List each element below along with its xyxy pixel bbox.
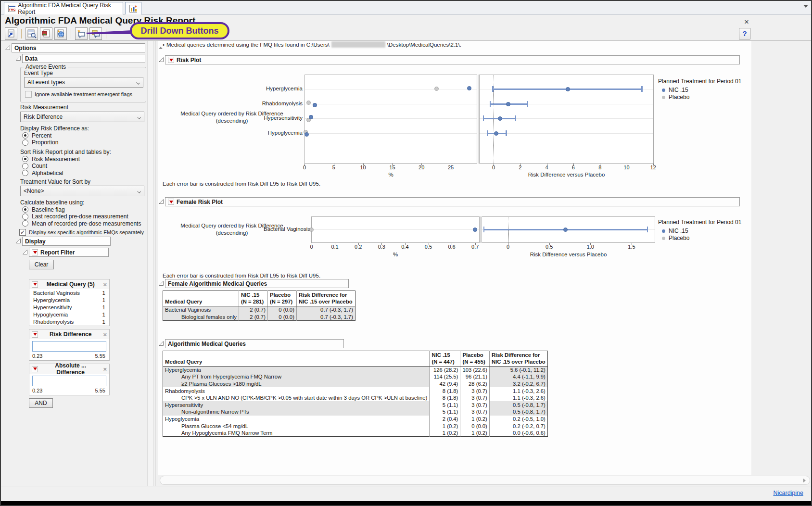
table-row[interactable]: Bacterial Vaginosis2 (0.7)0 (0.0)0.7 (-0… — [163, 306, 355, 314]
legend-dot-icon — [662, 237, 665, 240]
red-triangle-menu-icon[interactable] — [32, 366, 38, 372]
radio-label: Baseline flag — [32, 206, 65, 213]
data-point-nic-15[interactable] — [304, 132, 309, 137]
risk-difference-point[interactable] — [563, 228, 568, 232]
radio-last-recorded-pre-dose-measurement[interactable]: Last recorded pre-dose measurement — [22, 214, 141, 220]
event-type-value: All event types — [27, 79, 65, 86]
filter-item[interactable]: Hyperglycemia1 — [29, 296, 109, 304]
collapse-icon[interactable] — [22, 249, 28, 255]
red-triangle-menu-icon[interactable] — [168, 57, 174, 63]
legend-item-nic-15[interactable]: NIC .15 — [662, 87, 688, 93]
scroll-right-icon[interactable] — [803, 479, 806, 482]
tab-report-label: Algorithmic FDA Medical Query Risk Repor… — [18, 2, 119, 15]
collapse-icon[interactable] — [158, 57, 164, 63]
left-pane-scrollbar[interactable] — [147, 41, 154, 486]
data-point-placebo[interactable] — [306, 101, 311, 105]
make-journal-button[interactable] — [40, 27, 52, 40]
filter-close-icon[interactable]: × — [103, 331, 107, 338]
collapse-icon[interactable] — [5, 45, 11, 51]
table-row[interactable]: Hypoglycemia2 (0.4)1 (0.2)0.2 (-0.5, 1.0… — [163, 416, 548, 423]
radio-dot[interactable] — [22, 206, 28, 213]
risk-difference-range-input[interactable] — [32, 341, 106, 352]
radio-dot[interactable] — [22, 170, 28, 176]
chevron-down-icon — [137, 190, 141, 193]
make-web-report-button[interactable] — [54, 27, 67, 40]
make-report-button[interactable] — [25, 27, 38, 40]
nicardipine-link[interactable]: Nicardipine — [773, 490, 803, 496]
collapse-icon[interactable] — [15, 238, 21, 244]
launch-data-table-button[interactable] — [5, 27, 17, 40]
risk-difference-point[interactable] — [506, 102, 510, 106]
radio-dot[interactable] — [22, 139, 28, 146]
scroll-down-icon[interactable] — [803, 5, 808, 8]
risk-difference-point[interactable] — [494, 131, 498, 136]
tab-report[interactable]: FMQ Algorithmic FDA Medical Query Risk R… — [4, 2, 123, 14]
table-row[interactable]: Any PT from Hyperglycemia FMQ Narrow114 … — [163, 373, 548, 380]
help-button[interactable]: ? — [739, 28, 750, 39]
legend-item-placebo[interactable]: Placebo — [662, 235, 689, 241]
data-point-nic-15[interactable] — [473, 228, 477, 232]
table-row[interactable]: Rhabdomyolysis8 (1.8)3 (0.7)1.1 (-0.3, 2… — [163, 387, 548, 394]
data-point-nic-15[interactable] — [313, 103, 317, 107]
risk-measurement-select[interactable]: Risk Difference — [20, 112, 144, 122]
radio-dot[interactable] — [22, 156, 28, 162]
risk-difference-point[interactable] — [498, 116, 502, 121]
table-row[interactable]: Hypersensitivity5 (1.1)3 (0.7)0.5 (-0.8,… — [163, 401, 548, 408]
radio-risk-measurement[interactable]: Risk Measurement — [22, 156, 80, 163]
radio-dot[interactable] — [22, 163, 28, 169]
radio-count[interactable]: Count — [22, 163, 80, 170]
value-cell: 0 (0.0) — [267, 306, 296, 314]
scroll-up-icon[interactable] — [159, 47, 163, 49]
radio-dot[interactable] — [22, 132, 28, 139]
red-triangle-menu-icon[interactable] — [32, 249, 38, 255]
filter-item[interactable]: Hypersensitivity1 — [29, 304, 109, 311]
close-icon[interactable]: × — [742, 17, 751, 27]
data-point-placebo[interactable] — [309, 228, 314, 232]
data-point-placebo[interactable] — [434, 87, 439, 91]
ignore-flags-checkbox[interactable] — [25, 91, 32, 98]
radio-baseline-flag[interactable]: Baseline flag — [22, 206, 141, 213]
red-triangle-menu-icon[interactable] — [32, 281, 38, 288]
table-row[interactable]: Any Hypoglycemia FMQ Narrow Term1 (0.2)1… — [163, 430, 548, 437]
treatment-value-select[interactable]: <None> — [20, 186, 144, 196]
radio-mean-of-recorded-pre-dose-measurements[interactable]: Mean of recorded pre-dose measurements — [22, 220, 141, 227]
legend-item-nic-15[interactable]: NIC .15 — [662, 228, 688, 234]
horizontal-scrollbar[interactable] — [160, 476, 810, 485]
table-row[interactable]: ≥2 Plasma Glucoses >180 mg/dL42 (9.4)28 … — [163, 380, 548, 388]
radio-alphabetical[interactable]: Alphabetical — [22, 170, 80, 177]
and-button[interactable]: AND — [29, 398, 53, 408]
filter-item-label: Rhabdomyolysis — [33, 319, 74, 325]
filter-item[interactable]: Hypoglycemia1 — [29, 311, 109, 318]
radio-dot[interactable] — [22, 214, 28, 220]
pane-splitter[interactable] — [155, 41, 155, 486]
event-type-select[interactable]: All event types — [24, 77, 143, 88]
filter-item[interactable]: Bacterial Vaginosis1 — [29, 289, 109, 296]
red-triangle-menu-icon[interactable] — [32, 331, 38, 338]
filter-close-icon[interactable]: × — [103, 281, 107, 288]
filter-close-icon[interactable]: × — [103, 366, 107, 373]
table-row[interactable]: CPK >5 x ULN AND NO (CPK-MB/CPK >0.05 wi… — [163, 394, 548, 402]
sex-specific-checkbox[interactable]: ✓ — [19, 229, 26, 236]
collapse-icon[interactable] — [158, 341, 164, 346]
legend-item-placebo[interactable]: Placebo — [662, 94, 689, 101]
clear-button[interactable]: Clear — [29, 260, 54, 269]
radio-percent[interactable]: Percent — [22, 132, 58, 139]
filter-item[interactable]: Rhabdomyolysis1 — [29, 318, 109, 325]
column-header: Risk Difference forNIC .15 over Placebo — [489, 351, 547, 367]
table-row[interactable]: Non-algorithmic Narrow PTs5 (1.1)3 (0.7)… — [163, 408, 548, 416]
tab-graph[interactable] — [125, 2, 141, 14]
absolute-difference-range-input[interactable] — [32, 376, 106, 386]
risk-difference-point[interactable] — [566, 87, 570, 91]
radio-dot[interactable] — [22, 220, 28, 227]
table-row[interactable]: Hyperglycemia126 (28.2)103 (22.6)5.6 (-0… — [163, 367, 548, 374]
red-triangle-menu-icon[interactable] — [168, 199, 174, 205]
collapse-icon[interactable] — [158, 199, 164, 204]
table-row[interactable]: Plasma Glucose <54 mg/dL1 (0.2)0 (0.0)0.… — [163, 422, 548, 430]
table-row[interactable]: Biological females only2 (0.7)0 (0.0)0.7… — [163, 314, 355, 321]
collapse-icon[interactable] — [158, 280, 164, 286]
data-point-nic-15[interactable] — [309, 115, 313, 119]
collapse-icon[interactable] — [15, 55, 21, 61]
data-point-nic-15[interactable] — [467, 86, 471, 90]
radio-proportion[interactable]: Proportion — [22, 139, 58, 146]
y-axis-label: Medical Query ordered by Risk Difference — [160, 111, 304, 116]
